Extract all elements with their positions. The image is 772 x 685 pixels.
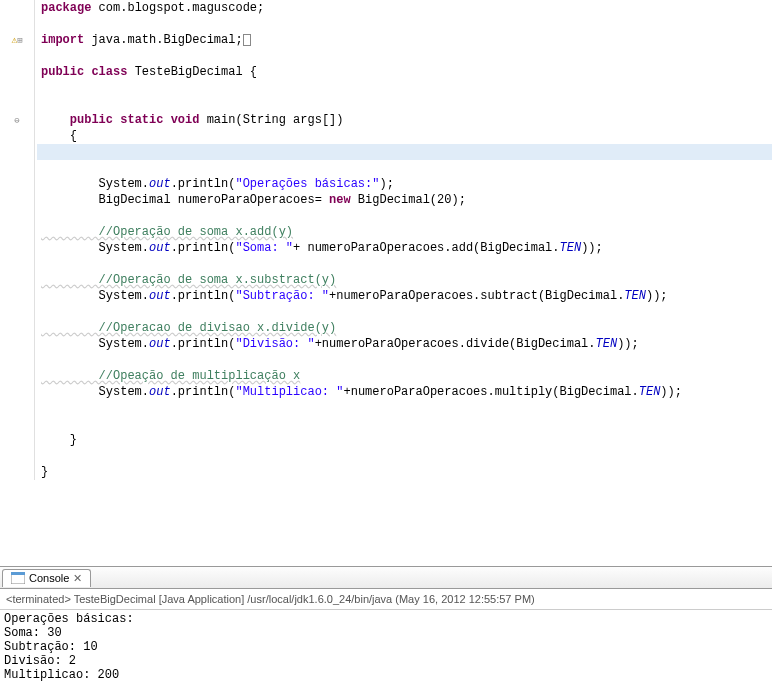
keyword-new: new (329, 193, 351, 207)
field-ten: TEN (560, 241, 582, 255)
field-ten: TEN (624, 289, 646, 303)
code-text: .println( (171, 289, 236, 303)
console-line: Divisão: 2 (4, 654, 768, 668)
keyword-void: void (171, 113, 200, 127)
field-out: out (149, 177, 171, 191)
code-text: + numeroParaOperacoes.add(BigDecimal. (293, 241, 559, 255)
console-line: Subtração: 10 (4, 640, 768, 654)
console-line: Soma: 30 (4, 626, 768, 640)
code-text: )); (646, 289, 668, 303)
close-brace: } (37, 432, 772, 448)
code-text: .println( (171, 241, 236, 255)
code-text: System. (41, 241, 149, 255)
console-status: <terminated> TesteBigDecimal [Java Appli… (0, 589, 772, 610)
code-text: System. (41, 289, 149, 303)
code-text: ); (379, 177, 393, 191)
console-panel: Console ✕ <terminated> TesteBigDecimal [… (0, 567, 772, 685)
comment: //Opeação de multiplicação x (41, 369, 300, 383)
keyword-package: package (41, 1, 91, 15)
comment: //Operação de soma x.substract(y) (41, 273, 336, 287)
code-text: BigDecimal numeroParaOperacoes= (41, 193, 329, 207)
string-literal: "Operações básicas:" (235, 177, 379, 191)
field-out: out (149, 337, 171, 351)
current-line[interactable] (37, 144, 772, 160)
close-brace: } (37, 464, 772, 480)
comment: //Operação de soma x.add(y) (41, 225, 293, 239)
console-tab[interactable]: Console ✕ (2, 569, 91, 587)
code-area[interactable]: package com.blogspot.maguscode; import j… (35, 0, 772, 480)
code-text: System. (41, 337, 149, 351)
keyword-public: public (41, 65, 84, 79)
code-text: +numeroParaOperacoes.subtract(BigDecimal… (329, 289, 624, 303)
field-ten: TEN (596, 337, 618, 351)
field-ten: TEN (639, 385, 661, 399)
import-name: java.math.BigDecimal; (84, 33, 242, 47)
console-line: Multiplicao: 200 (4, 668, 768, 682)
close-icon[interactable]: ✕ (73, 572, 82, 585)
expand-icon[interactable]: ⊞ (17, 35, 22, 46)
code-text: System. (41, 385, 149, 399)
keyword-static: static (120, 113, 163, 127)
string-literal: "Soma: " (235, 241, 293, 255)
collapse-icon[interactable]: ⊖ (14, 115, 19, 126)
code-text: )); (581, 241, 603, 255)
string-literal: "Divisão: " (235, 337, 314, 351)
comment: //Operacao de divisao x.divide(y) (41, 321, 336, 335)
editor-gutter: ⚠⊞ ⊖ (0, 0, 35, 480)
console-tab-bar: Console ✕ (0, 567, 772, 589)
field-out: out (149, 241, 171, 255)
svg-rect-1 (11, 572, 25, 575)
code-text: +numeroParaOperacoes.multiply(BigDecimal… (343, 385, 638, 399)
string-literal: "Subtração: " (235, 289, 329, 303)
field-out: out (149, 385, 171, 399)
console-line: Operações básicas: (4, 612, 768, 626)
string-literal: "Multiplicao: " (235, 385, 343, 399)
code-text: )); (660, 385, 682, 399)
code-text: System. (41, 177, 149, 191)
code-text: BigDecimal(20); (351, 193, 466, 207)
console-tab-label: Console (29, 572, 69, 584)
code-text: .println( (171, 337, 236, 351)
keyword-class: class (91, 65, 127, 79)
keyword-import: import (41, 33, 84, 47)
code-text: +numeroParaOperacoes.divide(BigDecimal. (315, 337, 596, 351)
keyword-public: public (70, 113, 113, 127)
code-text: .println( (171, 385, 236, 399)
console-output[interactable]: Operações básicas: Soma: 30 Subtração: 1… (0, 610, 772, 684)
folded-imports-icon[interactable] (243, 34, 251, 46)
console-icon (11, 572, 25, 584)
code-editor[interactable]: ⚠⊞ ⊖ package com.blogspot.maguscode; imp… (0, 0, 772, 567)
open-brace: { (37, 128, 772, 144)
code-text: )); (617, 337, 639, 351)
main-signature: main(String args[]) (199, 113, 343, 127)
package-name: com.blogspot.maguscode; (91, 1, 264, 15)
code-text: .println( (171, 177, 236, 191)
class-declaration: TesteBigDecimal { (127, 65, 257, 79)
field-out: out (149, 289, 171, 303)
